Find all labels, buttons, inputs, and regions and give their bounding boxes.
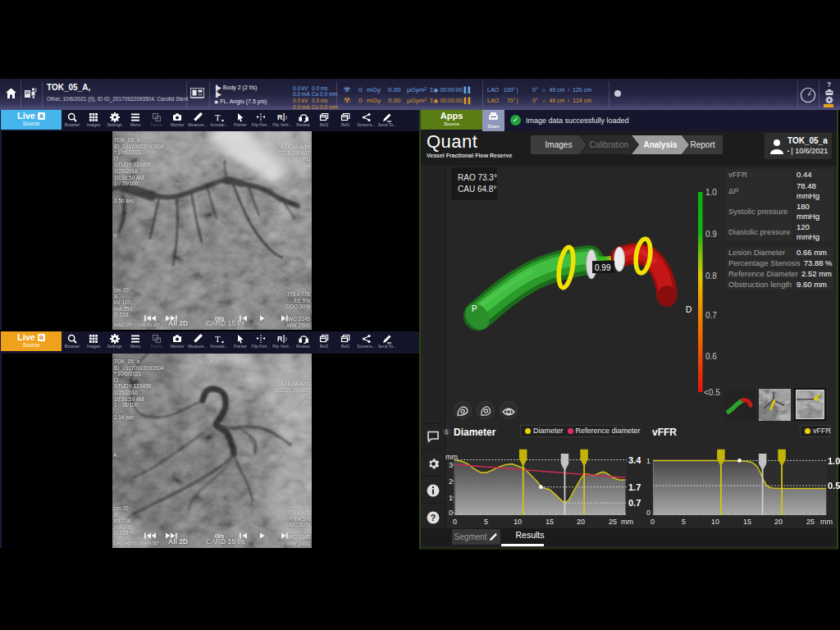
svg-text:1: 1 bbox=[449, 494, 453, 502]
svg-text:3.4: 3.4 bbox=[628, 455, 641, 465]
svg-text:0.99: 0.99 bbox=[595, 263, 611, 272]
svg-text:2: 2 bbox=[449, 477, 453, 486]
svg-text:0.9: 0.9 bbox=[705, 230, 717, 239]
svg-text:5: 5 bbox=[682, 518, 686, 526]
svg-text:10: 10 bbox=[711, 518, 719, 526]
svg-text:10: 10 bbox=[514, 518, 522, 526]
svg-text:25: 25 bbox=[806, 518, 815, 526]
svg-text:0.7: 0.7 bbox=[628, 498, 641, 508]
svg-text:1: 1 bbox=[646, 457, 651, 465]
svg-text:0.5: 0.5 bbox=[828, 481, 840, 491]
svg-text:mm: mm bbox=[445, 453, 458, 461]
svg-text:20: 20 bbox=[577, 518, 585, 526]
svg-text:?: ? bbox=[827, 80, 831, 89]
svg-text:<0.5: <0.5 bbox=[704, 388, 720, 397]
svg-text:25: 25 bbox=[609, 518, 617, 526]
svg-text:mm: mm bbox=[820, 518, 833, 526]
svg-text:3: 3 bbox=[449, 461, 453, 469]
svg-text:20: 20 bbox=[774, 518, 783, 526]
svg-text:5: 5 bbox=[484, 518, 488, 526]
svg-text:?: ? bbox=[431, 513, 436, 523]
svg-text:0.7: 0.7 bbox=[705, 311, 717, 320]
svg-text:0.6: 0.6 bbox=[705, 352, 717, 361]
svg-text:mm: mm bbox=[621, 518, 633, 526]
svg-text:0: 0 bbox=[449, 509, 453, 517]
svg-text:0: 0 bbox=[646, 509, 651, 517]
svg-text:1.0: 1.0 bbox=[828, 456, 840, 466]
svg-text:0: 0 bbox=[453, 518, 457, 526]
svg-text:1.0: 1.0 bbox=[705, 188, 717, 197]
svg-text:15: 15 bbox=[743, 518, 751, 526]
svg-text:D: D bbox=[686, 305, 692, 314]
svg-text:P: P bbox=[472, 304, 477, 313]
svg-text:1.7: 1.7 bbox=[628, 482, 641, 492]
svg-text:0.8: 0.8 bbox=[705, 272, 717, 281]
svg-text:15: 15 bbox=[546, 518, 554, 526]
svg-text:0: 0 bbox=[651, 518, 655, 526]
